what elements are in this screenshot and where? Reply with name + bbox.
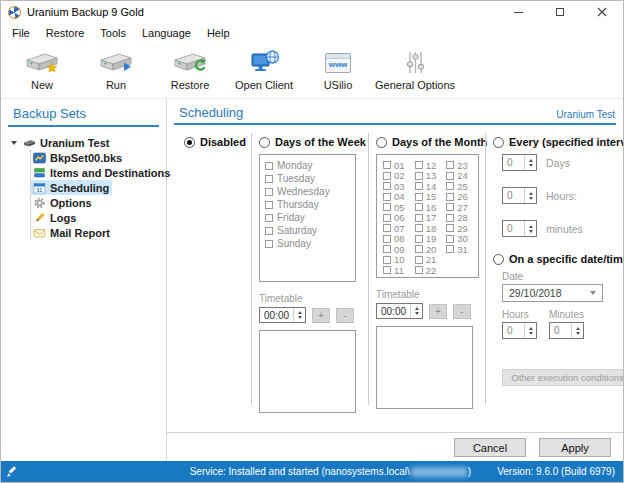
weekday-checkbox[interactable]: Thursday <box>265 198 350 211</box>
toolbar-run-button[interactable]: Run <box>79 47 153 91</box>
toolbar-usilio-button[interactable]: www USilio <box>301 47 375 91</box>
minimize-button[interactable] <box>497 1 539 23</box>
spinner-arrows[interactable] <box>524 188 536 203</box>
chevron-down-icon[interactable] <box>11 141 17 145</box>
week-time-spinner[interactable]: 00:00 <box>259 307 306 323</box>
monthday-checkbox[interactable]: 16 <box>415 202 444 213</box>
toolbar-restore-button[interactable]: Restore <box>153 47 227 91</box>
month-time-spinner[interactable]: 00:00 <box>376 303 423 319</box>
monthday-checkbox[interactable]: 10 <box>383 255 412 266</box>
tree-item-options[interactable]: Options <box>31 195 95 210</box>
tree-item-scheduling[interactable]: 11 Scheduling <box>31 180 112 195</box>
monthday-checkbox[interactable]: 25 <box>446 181 475 192</box>
monthday-checkbox[interactable]: 22 <box>415 265 444 276</box>
radio-specific-datetime[interactable]: On a specific date/time <box>493 253 624 265</box>
checkbox-icon <box>446 193 454 201</box>
spinner-arrows[interactable] <box>293 308 305 322</box>
weekday-checkbox[interactable]: Wednesday <box>265 185 350 198</box>
cancel-button[interactable]: Cancel <box>454 438 526 457</box>
monthday-checkbox[interactable]: 14 <box>415 181 444 192</box>
monthday-checkbox[interactable]: 19 <box>415 234 444 245</box>
weekday-checkbox[interactable]: Monday <box>265 159 350 172</box>
timetable-label: Timetable <box>376 289 478 300</box>
service-status-text: Service: Installed and started (nanosyst… <box>190 466 471 477</box>
month-remove-time-button[interactable]: - <box>453 304 471 319</box>
menu-language[interactable]: Language <box>134 25 199 41</box>
monthday-checkbox[interactable]: 30 <box>446 234 475 245</box>
weekday-checkbox[interactable]: Friday <box>265 211 350 224</box>
menu-tools[interactable]: Tools <box>92 25 134 41</box>
monthday-checkbox[interactable]: 21 <box>415 255 444 266</box>
monthday-checkbox[interactable]: 15 <box>415 192 444 203</box>
close-button[interactable] <box>581 1 623 23</box>
monthday-checkbox[interactable]: 18 <box>415 223 444 234</box>
weekday-checkbox[interactable]: Tuesday <box>265 172 350 185</box>
radio-specific-datetime-label: On a specific date/time <box>509 253 624 265</box>
other-execution-conditions-button[interactable]: Other execution conditions <box>502 369 624 386</box>
interval-minutes-spinner[interactable]: 0 <box>502 220 537 237</box>
monthday-label: 17 <box>426 212 437 223</box>
tree-root-uranium-test[interactable]: Uranium Test <box>9 135 166 150</box>
spinner-arrows[interactable] <box>524 323 536 338</box>
monthday-checkbox[interactable]: 20 <box>415 244 444 255</box>
monthday-checkbox[interactable]: 05 <box>383 202 412 213</box>
tree-item-items-destinations[interactable]: Items and Destinations <box>31 165 173 180</box>
monthday-checkbox[interactable]: 09 <box>383 244 412 255</box>
checkbox-icon <box>415 266 423 274</box>
spinner-arrows[interactable] <box>524 221 536 236</box>
monthday-checkbox[interactable]: 17 <box>415 213 444 224</box>
monthday-checkbox[interactable]: 06 <box>383 213 412 224</box>
tree-item-bkpset[interactable]: BkpSet00.bks <box>31 150 125 165</box>
monthday-checkbox[interactable]: 13 <box>415 171 444 182</box>
toolbar-open-client-button[interactable]: Open Client <box>227 47 301 91</box>
monthday-checkbox[interactable]: 12 <box>415 160 444 171</box>
month-add-time-button[interactable]: + <box>429 304 447 319</box>
interval-hours-spinner[interactable]: 0 <box>502 187 537 204</box>
tree-item-mail-report[interactable]: Mail Report <box>31 225 113 240</box>
tree-item-label: Scheduling <box>50 182 109 194</box>
monthday-checkbox[interactable]: 29 <box>446 223 475 234</box>
monthday-checkbox[interactable]: 26 <box>446 192 475 203</box>
checkbox-icon <box>446 235 454 243</box>
monthday-checkbox[interactable]: 01 <box>383 160 412 171</box>
radio-days-of-week[interactable]: Days of the Week <box>259 136 361 148</box>
monthday-checkbox[interactable]: 24 <box>446 171 475 182</box>
weekday-checkbox[interactable]: Saturday <box>265 224 350 237</box>
monthday-checkbox[interactable]: 02 <box>383 171 412 182</box>
interval-days-spinner[interactable]: 0 <box>502 154 537 171</box>
weekday-checkbox[interactable]: Sunday <box>265 237 350 250</box>
maximize-button[interactable] <box>539 1 581 23</box>
week-add-time-button[interactable]: + <box>312 308 330 323</box>
specific-minutes-spinner[interactable]: 0 <box>549 322 584 339</box>
toolbar-general-options-button[interactable]: General Options <box>375 47 455 91</box>
context-backup-set-label: Uranium Test <box>556 109 615 120</box>
specific-hours-spinner[interactable]: 0 <box>502 322 537 339</box>
monthday-checkbox[interactable]: 31 <box>446 244 475 255</box>
spinner-arrows[interactable] <box>571 323 583 338</box>
menu-file[interactable]: File <box>4 25 38 41</box>
monthday-checkbox[interactable]: 07 <box>383 223 412 234</box>
month-times-list[interactable] <box>376 326 473 409</box>
spinner-arrows[interactable] <box>410 304 422 318</box>
spinner-arrows[interactable] <box>524 155 536 170</box>
week-remove-time-button[interactable]: - <box>336 308 354 323</box>
tree-item-logs[interactable]: Logs <box>31 210 79 225</box>
monthday-checkbox[interactable]: 03 <box>383 181 412 192</box>
radio-disabled[interactable]: Disabled <box>184 136 244 148</box>
toolbar-new-button[interactable]: New <box>5 47 79 91</box>
apply-button[interactable]: Apply <box>539 438 611 457</box>
monthday-checkbox[interactable]: 08 <box>383 234 412 245</box>
toolbar: New Run <box>1 43 623 98</box>
monthday-checkbox[interactable]: 04 <box>383 192 412 203</box>
radio-interval[interactable]: Every (specified interval) <box>493 136 624 148</box>
date-dropdown[interactable]: 29/10/2018 <box>502 284 603 302</box>
menu-restore[interactable]: Restore <box>38 25 93 41</box>
week-times-list[interactable] <box>259 330 356 413</box>
monthday-checkbox[interactable]: 27 <box>446 202 475 213</box>
monthday-checkbox[interactable]: 28 <box>446 213 475 224</box>
menu-help[interactable]: Help <box>199 25 238 41</box>
radio-days-of-month[interactable]: Days of the Month <box>376 136 478 148</box>
monthday-checkbox[interactable]: 23 <box>446 160 475 171</box>
monthday-checkbox[interactable]: 11 <box>383 265 412 276</box>
checkbox-icon <box>265 201 273 209</box>
